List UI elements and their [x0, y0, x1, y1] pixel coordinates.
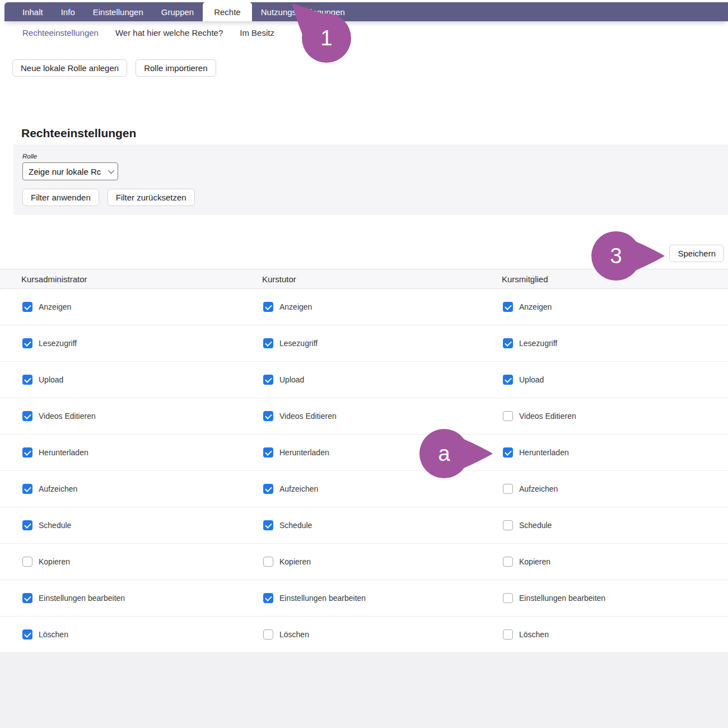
kursmitglied-upload-checkbox[interactable]	[503, 375, 513, 385]
cell-kursmitglied-upload: Upload	[480, 375, 728, 385]
kursadministrator-l-schen-checkbox[interactable]	[22, 629, 32, 640]
permission-label: Upload	[519, 375, 544, 384]
cell-kurstutor-kopieren: Kopieren	[241, 557, 480, 567]
subnav: Rechteeinstellungen Wer hat hier welche …	[22, 28, 274, 38]
kurstutor-anzeigen-checkbox[interactable]	[263, 302, 273, 312]
permission-label: Kopieren	[39, 557, 70, 566]
permission-label: Videos Editieren	[39, 412, 96, 421]
subnav-rechteeinstellungen[interactable]: Rechteeinstellungen	[22, 28, 99, 38]
import-role-button[interactable]: Rolle importieren	[136, 59, 216, 77]
kursmitglied-l-schen-checkbox[interactable]	[503, 629, 513, 640]
reset-filter-button[interactable]: Filter zurücksetzen	[108, 189, 195, 206]
tab-gruppen[interactable]: Gruppen	[152, 2, 203, 21]
kursadministrator-anzeigen-checkbox[interactable]	[22, 302, 32, 312]
role-select-value: Zeige nur lokale Rc	[29, 167, 101, 176]
permission-row-videos-editieren: Videos EditierenVideos EditierenVideos E…	[0, 398, 728, 435]
permission-label: Schedule	[279, 521, 312, 530]
filter-panel: Rolle Zeige nur lokale Rc Filter anwende…	[13, 144, 728, 215]
permission-label: Lesezugriff	[519, 339, 557, 348]
cell-kursadministrator-upload: Upload	[0, 375, 241, 385]
permission-label: Lesezugriff	[39, 339, 77, 348]
kursadministrator-einstellungen-bearbeiten-checkbox[interactable]	[22, 593, 32, 603]
kursmitglied-herunterladen-checkbox[interactable]	[503, 447, 513, 458]
annotation-balloon-1: 1	[301, 13, 377, 63]
save-button[interactable]: Speichern	[669, 245, 724, 262]
chevron-down-icon	[108, 167, 114, 174]
cell-kursadministrator-l-schen: Löschen	[0, 629, 241, 640]
permission-row-einstellungen-bearbeiten: Einstellungen bearbeitenEinstellungen be…	[0, 580, 728, 617]
kursmitglied-anzeigen-checkbox[interactable]	[503, 302, 513, 312]
permission-label: Kopieren	[519, 557, 550, 566]
tab-einstellungen[interactable]: Einstellungen	[84, 2, 152, 21]
permission-label: Aufzeichen	[519, 484, 558, 493]
kursadministrator-lesezugriff-checkbox[interactable]	[22, 338, 32, 348]
permission-row-herunterladen: HerunterladenHerunterladenHerunterladen	[0, 435, 728, 471]
permission-row-l-schen: LöschenLöschenLöschen	[0, 617, 728, 653]
annotation-balloon-3: 3	[591, 231, 666, 281]
kurstutor-videos-editieren-checkbox[interactable]	[263, 411, 273, 421]
kursadministrator-kopieren-checkbox[interactable]	[22, 557, 32, 567]
annotation-balloon-1-label: 1	[301, 13, 352, 63]
cell-kurstutor-l-schen: Löschen	[241, 629, 480, 640]
permission-label: Upload	[279, 375, 304, 384]
column-header-kursadministrator: Kursadministrator	[0, 274, 241, 284]
kurstutor-einstellungen-bearbeiten-checkbox[interactable]	[263, 593, 273, 603]
permission-label: Lesezugriff	[279, 339, 318, 348]
kursmitglied-videos-editieren-checkbox[interactable]	[503, 411, 513, 421]
cell-kurstutor-videos-editieren: Videos Editieren	[241, 411, 480, 421]
apply-filter-button[interactable]: Filter anwenden	[22, 189, 99, 206]
cell-kursadministrator-aufzeichen: Aufzeichen	[0, 484, 241, 494]
kursmitglied-einstellungen-bearbeiten-checkbox[interactable]	[503, 593, 513, 603]
kursmitglied-schedule-checkbox[interactable]	[503, 520, 513, 530]
cell-kursadministrator-lesezugriff: Lesezugriff	[0, 338, 241, 348]
kurstutor-kopieren-checkbox[interactable]	[263, 557, 273, 567]
cell-kursmitglied-videos-editieren: Videos Editieren	[480, 411, 728, 421]
role-select[interactable]: Zeige nur lokale Rc	[22, 162, 118, 180]
permission-row-upload: UploadUploadUpload	[0, 362, 728, 398]
kursmitglied-aufzeichen-checkbox[interactable]	[503, 484, 513, 494]
cell-kurstutor-upload: Upload	[241, 375, 480, 385]
kursmitglied-kopieren-checkbox[interactable]	[503, 557, 513, 567]
tab-info[interactable]: Info	[52, 2, 84, 21]
subnav-im-besitz[interactable]: Im Besitz	[240, 28, 274, 38]
permission-label: Schedule	[39, 521, 71, 530]
role-filter-label: Rolle	[22, 153, 719, 160]
page-title: Rechteeinstellungen	[21, 127, 136, 140]
permission-label: Einstellungen bearbeiten	[279, 594, 366, 603]
permission-label: Anzeigen	[279, 302, 312, 311]
kurstutor-aufzeichen-checkbox[interactable]	[263, 484, 273, 494]
permission-label: Schedule	[519, 521, 552, 530]
kursadministrator-upload-checkbox[interactable]	[22, 375, 32, 385]
permission-label: Herunterladen	[519, 448, 569, 457]
cell-kursmitglied-schedule: Schedule	[480, 520, 728, 530]
permission-label: Herunterladen	[39, 448, 88, 457]
kurstutor-l-schen-checkbox[interactable]	[263, 629, 273, 640]
kurstutor-upload-checkbox[interactable]	[263, 375, 273, 385]
kurstutor-schedule-checkbox[interactable]	[263, 520, 273, 530]
permission-row-lesezugriff: LesezugriffLesezugriffLesezugriff	[0, 325, 728, 362]
kursadministrator-videos-editieren-checkbox[interactable]	[22, 411, 32, 421]
cell-kursmitglied-l-schen: Löschen	[480, 629, 728, 640]
cell-kursadministrator-kopieren: Kopieren	[0, 557, 241, 567]
tab-rechte[interactable]: Rechte	[203, 2, 252, 21]
kurstutor-lesezugriff-checkbox[interactable]	[263, 338, 273, 348]
permissions-table: KursadministratorKurstutorKursmitglied A…	[0, 269, 728, 653]
kursadministrator-schedule-checkbox[interactable]	[22, 520, 32, 530]
kursmitglied-lesezugriff-checkbox[interactable]	[503, 338, 513, 348]
tab-inhalt[interactable]: Inhalt	[13, 2, 52, 21]
kursadministrator-aufzeichen-checkbox[interactable]	[22, 484, 32, 494]
new-local-role-button[interactable]: Neue lokale Rolle anlegen	[12, 59, 127, 77]
role-toolbar: Neue lokale Rolle anlegen Rolle importie…	[12, 59, 216, 77]
cell-kurstutor-aufzeichen: Aufzeichen	[241, 484, 480, 494]
subnav-wer-hat-rechte[interactable]: Wer hat hier welche Rechte?	[115, 28, 223, 38]
cell-kurstutor-schedule: Schedule	[241, 520, 480, 530]
cell-kursmitglied-anzeigen: Anzeigen	[480, 302, 728, 312]
kurstutor-herunterladen-checkbox[interactable]	[263, 447, 273, 458]
cell-kursadministrator-anzeigen: Anzeigen	[0, 302, 241, 312]
kursadministrator-herunterladen-checkbox[interactable]	[22, 447, 32, 458]
permission-label: Löschen	[279, 630, 309, 639]
cell-kursmitglied-kopieren: Kopieren	[480, 557, 728, 567]
permission-label: Einstellungen bearbeiten	[39, 594, 125, 603]
permission-label: Aufzeichen	[39, 484, 77, 493]
page-footer-area	[0, 653, 728, 728]
